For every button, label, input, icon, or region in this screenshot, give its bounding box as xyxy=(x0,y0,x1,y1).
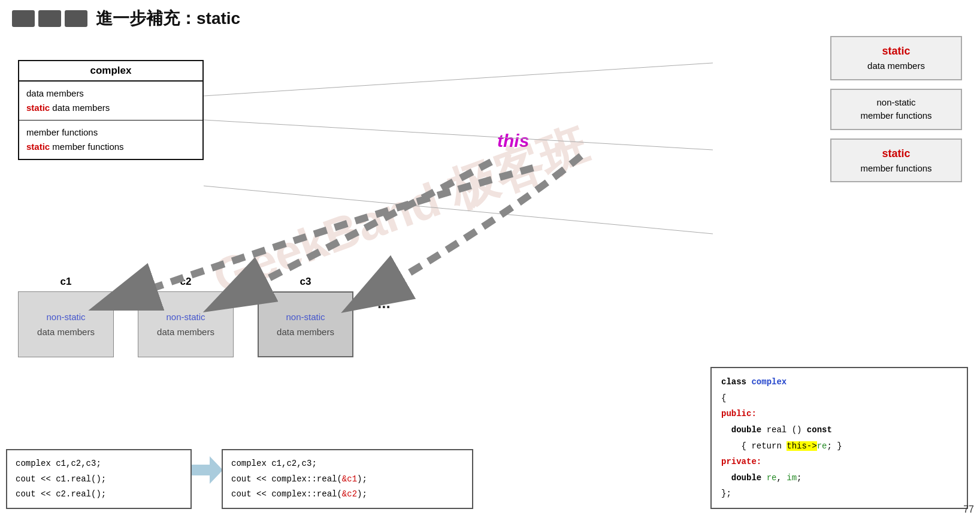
label-c3: c3 xyxy=(300,276,311,288)
icon-rect-1 xyxy=(12,10,35,27)
code-right-line3: public: xyxy=(721,406,957,422)
code-box-right: class complex { public: double real () c… xyxy=(710,367,968,509)
code-mid-line2: cout << complex::real(&c1); xyxy=(231,472,464,487)
page-number: 77 xyxy=(963,504,974,515)
code-right-line8: }; xyxy=(721,486,957,502)
code-box-left: complex c1,c2,c3; cout << c1.real(); cou… xyxy=(6,449,192,509)
label-c2: c2 xyxy=(180,276,192,288)
svg-marker-6 xyxy=(189,456,223,484)
box-c3: non-staticdata members xyxy=(258,291,353,357)
instance-c3: c3 non-staticdata members xyxy=(258,276,353,357)
code-right-line5: { return this->re; } xyxy=(721,438,957,454)
code-right-line4: double real () const xyxy=(721,422,957,438)
svg-line-4 xyxy=(204,186,713,234)
code-box-middle: complex c1,c2,c3; cout << complex::real(… xyxy=(222,449,473,509)
code-right-line7: double re, im; xyxy=(721,470,957,486)
right-boxes: static data members non-staticmember fun… xyxy=(830,36,962,182)
svg-line-2 xyxy=(204,63,713,96)
svg-line-3 xyxy=(204,120,713,150)
class-diagram-box: complex data members static data members… xyxy=(18,60,204,160)
code-left-line1: complex c1,c2,c3; xyxy=(16,456,182,471)
right-box-nonstatic-member: non-staticmember functions xyxy=(830,89,962,130)
header-icons xyxy=(12,10,87,27)
icon-rect-2 xyxy=(38,10,61,27)
class-data-members: data members static data members xyxy=(19,82,202,121)
code-mid-line1: complex c1,c2,c3; xyxy=(231,456,464,471)
instances-row: c1 non-staticdata members c2 non-staticd… xyxy=(18,276,391,357)
box-c2: non-staticdata members xyxy=(138,291,234,357)
code-right-line2: { xyxy=(721,390,957,406)
right-box-static-member: static member functions xyxy=(830,138,962,183)
nonstatic-member-label: non-staticmember functions xyxy=(840,96,952,123)
code-left-line2: cout << c1.real(); xyxy=(16,472,182,487)
ellipsis: ... xyxy=(377,276,391,312)
class-name: complex xyxy=(19,61,202,82)
instance-c2: c2 non-staticdata members xyxy=(138,276,234,357)
label-c1: c1 xyxy=(61,276,72,288)
code-right-line6: private: xyxy=(721,454,957,470)
this-label-top: this xyxy=(497,131,529,151)
instance-c1: c1 non-staticdata members xyxy=(18,276,114,357)
class-member-functions: member functions static member functions xyxy=(19,121,202,159)
code-right-line1: class complex xyxy=(721,374,957,390)
right-box-static-data: static data members xyxy=(830,36,962,80)
icon-rect-3 xyxy=(65,10,87,27)
header: 進一步補充：static xyxy=(0,0,980,37)
transform-arrow xyxy=(189,456,223,484)
box-c1: non-staticdata members xyxy=(18,291,114,357)
code-left-line3: cout << c2.real(); xyxy=(16,487,182,502)
code-mid-line3: cout << complex::real(&c2); xyxy=(231,487,464,502)
page-title: 進一步補充：static xyxy=(96,7,240,30)
